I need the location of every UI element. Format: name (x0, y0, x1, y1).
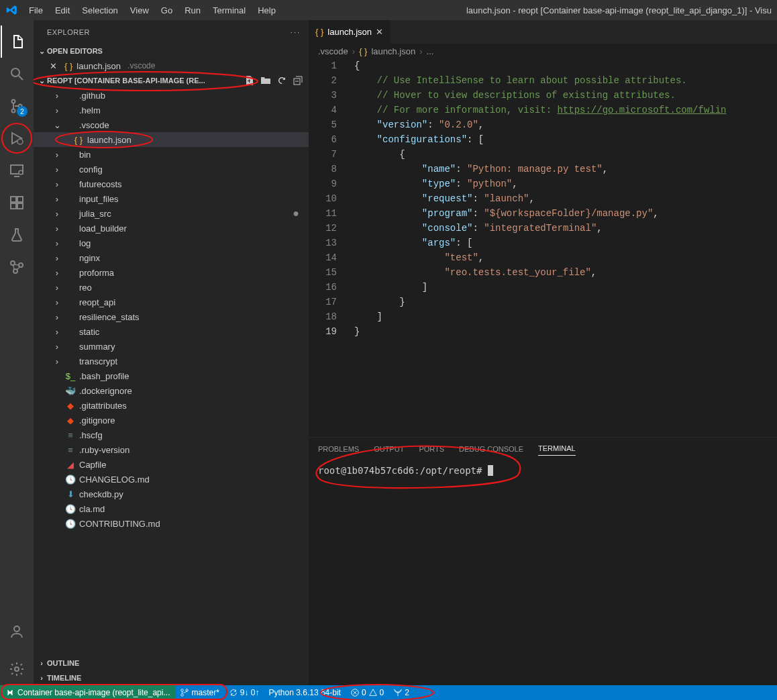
terminal-cursor (488, 465, 493, 476)
tree-item[interactable]: ›reopt_api (34, 295, 309, 309)
tree-item[interactable]: ›static (34, 324, 309, 339)
sidebar-more-icon[interactable]: ··· (291, 28, 301, 36)
tree-item[interactable]: ›resilience_stats (34, 309, 309, 324)
status-branch[interactable]: master* (175, 685, 223, 700)
tree-item[interactable]: ◢Capfile (34, 457, 309, 472)
tree-item-label: julia_src (79, 209, 111, 219)
tree-item-label: proforma (79, 268, 114, 278)
tree-item[interactable]: ⬇checkdb.py (34, 487, 309, 501)
tree-item[interactable]: ›nginx (34, 250, 309, 265)
workspace-header[interactable]: ⌄ REOPT [CONTAINER BASE-API-IMAGE (RE... (34, 73, 309, 88)
chevron-right-icon: › (52, 283, 62, 293)
ruby-icon: ◢ (64, 460, 76, 470)
tree-item[interactable]: 🕓CONTRIBUTING.md (34, 516, 309, 531)
tree-item-label: load_builder (79, 223, 127, 234)
chevron-right-icon: › (52, 253, 62, 263)
menu-terminal[interactable]: Terminal (207, 3, 251, 18)
tree-item[interactable]: ›log (34, 236, 309, 250)
activity-testing[interactable] (1, 219, 33, 251)
tree-item[interactable]: ›input_files (34, 191, 309, 206)
tree-item[interactable]: ›load_builder (34, 221, 309, 236)
tree-item-label: CHANGELOG.md (79, 474, 150, 485)
activity-extensions[interactable] (1, 187, 33, 219)
md-icon: 🕓 (64, 519, 76, 529)
chevron-right-icon: › (52, 356, 62, 366)
tree-item[interactable]: { }launch.json (34, 132, 309, 147)
activity-remote[interactable] (1, 154, 33, 187)
menu-view[interactable]: View (125, 3, 154, 18)
close-icon[interactable]: ✕ (376, 27, 383, 37)
status-sync[interactable]: 9↓ 0↑ (224, 685, 264, 700)
open-editor-item[interactable]: ✕ { } launch.json .vscode (34, 58, 309, 73)
tree-item[interactable]: ›.helm (34, 103, 309, 117)
tree-item[interactable]: 🐳.dockerignore (34, 383, 309, 398)
code-content[interactable]: { // Use IntelliSense to learn about pos… (349, 58, 727, 437)
activity-bar: 2 (0, 20, 34, 685)
status-remote[interactable]: Container base-api-image (reopt_lite_api… (0, 685, 175, 700)
menu-selection[interactable]: Selection (76, 3, 123, 18)
svg-point-0 (11, 68, 19, 77)
line-gutter: 12345678910111213141516171819 (309, 58, 349, 437)
json-icon: { } (359, 46, 367, 56)
tree-item[interactable]: ›summary (34, 339, 309, 354)
tree-item[interactable]: ◆.gitignore (34, 413, 309, 428)
svg-point-17 (15, 667, 19, 671)
tree-item-label: reo (79, 283, 92, 293)
panel-tab-output[interactable]: OUTPUT (374, 442, 404, 456)
outline-header[interactable]: › OUTLINE (34, 656, 309, 670)
status-problems[interactable]: 0 0 (346, 685, 389, 700)
menu-run[interactable]: Run (179, 3, 206, 18)
activity-run-debug[interactable] (1, 122, 33, 154)
tree-item[interactable]: ≡.hscfg (34, 428, 309, 442)
breadcrumb[interactable]: .vscode › { } launch.json › ... (309, 44, 777, 58)
tree-item[interactable]: $_.bash_profile (34, 368, 309, 383)
tree-item[interactable]: ≡.ruby-version (34, 442, 309, 457)
menu-edit[interactable]: Edit (50, 3, 75, 18)
tree-item[interactable]: ›bin (34, 147, 309, 162)
chevron-right-icon: › (52, 238, 62, 248)
tree-item[interactable]: ⌄.vscode (34, 117, 309, 132)
activity-settings[interactable] (1, 653, 33, 685)
tree-item[interactable]: ›proforma (34, 265, 309, 280)
tree-item[interactable]: ›.github (34, 88, 309, 103)
terminal[interactable]: root@1b074b57c6d6:/opt/reopt# (309, 460, 777, 685)
activity-graph[interactable] (1, 251, 33, 283)
panel-tab-problems[interactable]: PROBLEMS (318, 442, 359, 456)
activity-search[interactable] (1, 58, 33, 90)
panel-tab-debug[interactable]: DEBUG CONSOLE (459, 442, 523, 456)
timeline-header[interactable]: › TIMELINE (34, 670, 309, 685)
tree-item[interactable]: ›futurecosts (34, 177, 309, 191)
new-folder-icon[interactable] (260, 75, 271, 86)
refresh-icon[interactable] (276, 75, 287, 86)
menu-file[interactable]: File (23, 3, 48, 18)
remote-icon (5, 688, 15, 697)
vscode-logo-icon (0, 4, 23, 16)
tree-item[interactable]: ›config (34, 162, 309, 177)
collapse-all-icon[interactable] (293, 75, 303, 86)
activity-account[interactable] (1, 615, 33, 648)
activity-scm[interactable]: 2 (1, 90, 33, 122)
tree-item[interactable]: ›julia_src● (34, 206, 309, 221)
activity-explorer[interactable] (1, 26, 33, 58)
tree-item[interactable]: 🕓CHANGELOG.md (34, 472, 309, 487)
status-python[interactable]: Python 3.6.13 64-bit (264, 685, 346, 700)
tree-item[interactable]: 🕓cla.md (34, 501, 309, 516)
menu-go[interactable]: Go (156, 3, 178, 18)
new-file-icon[interactable] (244, 75, 255, 86)
tree-item[interactable]: ›reo (34, 280, 309, 295)
modified-indicator: ● (293, 207, 299, 219)
git-icon: ◆ (64, 415, 76, 426)
menu-help[interactable]: Help (252, 3, 281, 18)
close-icon[interactable]: ✕ (50, 61, 60, 71)
status-bar: Container base-api-image (reopt_lite_api… (0, 685, 777, 700)
tree-item[interactable]: ◆.gitattributes (34, 398, 309, 413)
editor-tab[interactable]: { } launch.json ✕ (309, 20, 391, 44)
tree-item[interactable]: ›transcrypt (34, 354, 309, 368)
panel-tab-ports[interactable]: PORTS (419, 442, 444, 456)
chevron-right-icon: › (52, 342, 62, 352)
panel-tab-terminal[interactable]: TERMINAL (538, 442, 576, 456)
tree-item-label: Capfile (79, 460, 106, 470)
status-ports[interactable]: 2 (389, 685, 414, 700)
open-editors-header[interactable]: ⌄ OPEN EDITORS (34, 44, 309, 58)
code-editor[interactable]: 12345678910111213141516171819 { // Use I… (309, 58, 777, 437)
